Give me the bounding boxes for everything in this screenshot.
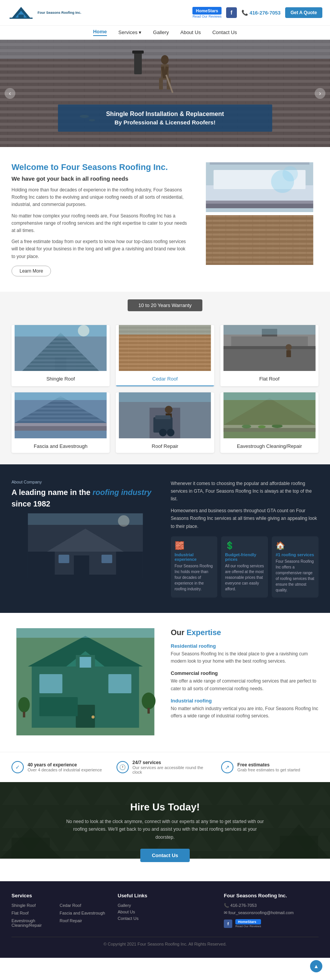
email-icon-footer: ✉: [224, 910, 228, 915]
svg-point-70: [165, 406, 172, 413]
hero-background: Shingle Roof Installation & Replacement …: [0, 40, 330, 147]
svg-point-45: [78, 325, 89, 336]
homestars-button[interactable]: HomeStars: [192, 7, 222, 15]
warranty-badge: 10 to 20 Years Warranty: [128, 299, 202, 311]
nav-about[interactable]: About Us: [180, 29, 200, 35]
shingle-label: Shingle Roof: [11, 372, 110, 385]
flat-service-img: [220, 325, 319, 371]
logo-icon: [8, 3, 34, 22]
footer-email: ✉ four_seasonsroofing@hotmail.com: [224, 910, 319, 915]
feature-budget: 💲 Budget-friendly prices All our roofing…: [221, 536, 268, 598]
svg-rect-21: [134, 51, 142, 74]
hero-title-line1: Shingle Roof Installation & Replacement: [73, 111, 257, 118]
service-card-fascia[interactable]: Fascia and Eavestrough: [11, 392, 110, 453]
facebook-icon[interactable]: f: [226, 7, 237, 18]
footer-shingle-link[interactable]: Shingle Roof: [11, 903, 58, 908]
svg-point-105: [18, 697, 30, 712]
feature-budget-text: All our roofing services are offered at …: [225, 563, 264, 592]
services-icon: 🕐: [117, 761, 129, 773]
footer-contact-title: Four Seasons Roofing Inc.: [224, 893, 319, 898]
footer-about-link[interactable]: About Us: [118, 910, 212, 914]
service-card-shingle[interactable]: Shingle Roof: [11, 325, 110, 386]
footer-eaves-link[interactable]: Eavestrough Cleaning/Repair: [11, 918, 58, 928]
nav-services[interactable]: Services ▾: [118, 29, 141, 35]
about-right: Whenever it comes to choosing the popula…: [171, 480, 319, 598]
repair-label: Roof Repair: [116, 439, 214, 453]
nav-contact[interactable]: Contact Us: [212, 29, 237, 35]
experience-icon: ✓: [11, 761, 24, 773]
footer-fb-icon[interactable]: f: [224, 920, 232, 928]
logo: Four Seasons Roofing Inc.: [8, 3, 81, 22]
svg-rect-28: [210, 162, 309, 165]
footer-repair-link[interactable]: Roof Repair: [60, 918, 107, 928]
nav-home[interactable]: Home: [93, 29, 107, 36]
homestars-widget[interactable]: HomeStars Read Our Reviews: [192, 7, 222, 18]
about-tag: About Company: [11, 480, 159, 484]
welcome-title: Welcome to Four Seasons Roofing Inc.: [11, 162, 189, 172]
svg-rect-26: [206, 201, 313, 204]
expertise-residential-title: Residential roofing: [171, 643, 319, 649]
about-left: About Company A leading name in the roof…: [11, 480, 159, 598]
eavestrough-service-img: [220, 392, 319, 438]
shingle-service-img: [11, 325, 110, 371]
welcome-p3: Get a free estimate today from our exper…: [11, 238, 189, 260]
read-reviews-link[interactable]: Read Our Reviews: [192, 15, 222, 18]
about-desc2: Homeowners and business owners throughou…: [171, 507, 319, 530]
about-desc1: Whenever it comes to choosing the popula…: [171, 480, 319, 503]
footer-contact-link[interactable]: Contact Us: [118, 916, 212, 921]
footer-flat-link[interactable]: Flat Roof: [11, 911, 58, 915]
svg-point-30: [282, 166, 298, 181]
stat-estimates-text: Grab free estimates to get started: [237, 768, 300, 772]
svg-rect-55: [231, 336, 308, 346]
expertise-commercial-title: Commercial roofing: [171, 670, 319, 676]
footer-cedar-link[interactable]: Cedar Roof: [60, 903, 107, 908]
eavestrough-label: Eavestrough Cleaning/Repair: [220, 439, 319, 453]
service-card-cedar[interactable]: Cedar Roof: [116, 325, 214, 386]
stat-estimates-title: Free estimates: [237, 762, 300, 768]
feature-roofing-title: #1 roofing services: [276, 552, 315, 557]
expertise-residential-text: Four Seasons Roofing Inc is the ideal pl…: [171, 650, 319, 665]
stat-services-title: 24/7 services: [133, 760, 214, 765]
feature-industrial: 🧱 Industrial experience Four Seasons Roo…: [171, 536, 218, 598]
learn-more-button[interactable]: Learn More: [11, 266, 51, 276]
expertise-commercial-text: We offer a wide range of commercial roof…: [171, 678, 319, 692]
hero-prev-button[interactable]: ‹: [5, 88, 15, 99]
svg-rect-44: [15, 325, 107, 336]
footer-gallery-link[interactable]: Gallery: [118, 903, 212, 908]
svg-point-80: [242, 425, 251, 428]
svg-point-81: [258, 425, 266, 428]
svg-rect-57: [223, 325, 315, 335]
hero-title-line2: By Professional & Licensed Roofers!: [73, 119, 257, 126]
footer-homestars-widget[interactable]: HomeStars Read Our Reviews: [235, 919, 261, 928]
feature-roofing-icon: 🏠: [276, 541, 315, 550]
get-quote-button[interactable]: Get A Quote: [285, 7, 322, 18]
estimates-icon: ↗: [221, 761, 233, 773]
service-card-repair[interactable]: Roof Repair: [116, 392, 214, 453]
expertise-image: [11, 628, 159, 737]
footer-homestars-btn[interactable]: HomeStars: [235, 919, 261, 924]
main-nav: Home Services ▾ Gallery About Us Contact…: [0, 26, 330, 40]
hero-next-button[interactable]: ›: [315, 88, 325, 99]
fascia-service-img: [11, 392, 110, 438]
service-card-eavestrough[interactable]: Eavestrough Cleaning/Repair: [220, 392, 319, 453]
expertise-house-svg: [11, 628, 159, 735]
svg-rect-99: [80, 657, 91, 668]
feature-industrial-text: Four Seasons Roofing Inc holds more than…: [175, 563, 214, 592]
feature-industrial-title: Industrial experience: [175, 552, 214, 562]
cta-section: Hire Us Today! No need to look at the cl…: [0, 782, 330, 881]
cta-title: Hire Us Today!: [11, 801, 319, 813]
footer-services-title: Services: [11, 893, 106, 898]
nav-gallery[interactable]: Gallery: [153, 29, 169, 35]
expertise-text: Our Expertise Residential roofing Four S…: [171, 628, 319, 737]
svg-rect-91: [102, 555, 112, 563]
footer-fascia-link[interactable]: Fascia and Eavestrough: [60, 911, 107, 915]
expertise-title-colored: Expertise: [187, 628, 221, 637]
service-card-flat[interactable]: Flat Roof: [220, 325, 319, 386]
contact-us-button[interactable]: Contact Us: [140, 849, 190, 862]
svg-rect-53: [223, 348, 315, 371]
footer-grid: Services Shingle Roof Cedar Roof Flat Ro…: [11, 893, 319, 929]
feature-roofing: 🏠 #1 roofing services Four Seasons Roofi…: [272, 536, 319, 598]
welcome-image-shingles: [200, 215, 319, 265]
footer-contact-col: Four Seasons Roofing Inc. 📞 416-276-7053…: [224, 893, 319, 929]
footer-social: f HomeStars Read Our Reviews: [224, 919, 319, 928]
